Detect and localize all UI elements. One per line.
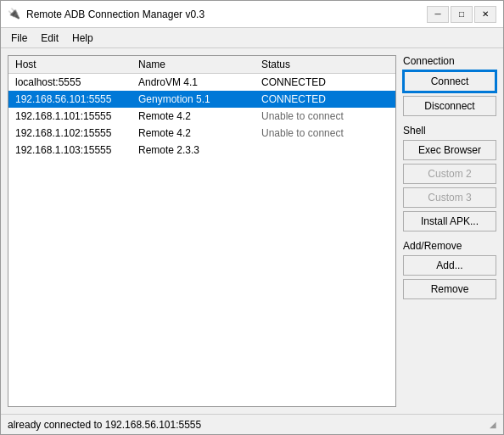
install-apk-button[interactable]: Install APK... [403,211,496,231]
connect-button[interactable]: Connect [403,70,496,92]
table-row[interactable]: 192.168.1.101:15555Remote 4.2Unable to c… [8,108,395,125]
cell-name: AndroVM 4.1 [135,76,258,88]
cell-status: CONNECTED [258,93,392,105]
table-row[interactable]: 192.168.1.103:15555Remote 2.3.3 [8,142,395,159]
resize-icon: ◢ [490,420,496,429]
cell-name: Remote 2.3.3 [135,144,258,156]
cell-name: Remote 4.2 [135,110,258,122]
table-header: Host Name Status [8,56,395,74]
main-window: 🔌 Remote ADB Connection Manager v0.3 ─ □… [0,0,504,435]
table-row[interactable]: localhost:5555AndroVM 4.1CONNECTED [8,74,395,91]
menu-bar: File Edit Help [1,28,503,48]
table-body: localhost:5555AndroVM 4.1CONNECTED192.16… [8,74,395,406]
cell-host: 192.168.1.102:15555 [12,127,135,139]
status-text: already connected to 192.168.56.101:5555 [8,419,201,431]
sidebar: Connection Connect Disconnect Shell Exec… [403,55,496,407]
table-row[interactable]: 192.168.56.101:5555Genymotion 5.1CONNECT… [8,91,395,108]
cell-name: Remote 4.2 [135,127,258,139]
title-bar-controls: ─ □ ✕ [427,6,496,23]
menu-edit[interactable]: Edit [34,31,65,46]
menu-help[interactable]: Help [65,31,100,46]
cell-host: 192.168.1.103:15555 [12,144,135,156]
cell-name: Genymotion 5.1 [135,93,258,105]
main-content: Host Name Status localhost:5555AndroVM 4… [1,48,503,414]
cell-status: Unable to connect [258,110,392,122]
custom3-button[interactable]: Custom 3 [403,187,496,208]
cell-status: Unable to connect [258,127,392,139]
connection-section-label: Connection [403,55,496,67]
cell-status: CONNECTED [258,76,392,88]
minimize-button[interactable]: ─ [427,6,449,23]
exec-browser-button[interactable]: Exec Browser [403,140,496,160]
shell-section-label: Shell [403,125,496,137]
menu-file[interactable]: File [4,31,34,46]
col-header-name: Name [135,59,258,70]
cell-host: localhost:5555 [12,76,135,88]
cell-host: 192.168.56.101:5555 [12,93,135,105]
add-remove-section-label: Add/Remove [403,240,496,252]
col-header-host: Host [12,59,135,70]
status-bar: already connected to 192.168.56.101:5555… [1,414,503,434]
custom2-button[interactable]: Custom 2 [403,164,496,184]
title-bar: 🔌 Remote ADB Connection Manager v0.3 ─ □… [1,1,503,28]
table-row[interactable]: 192.168.1.102:15555Remote 4.2Unable to c… [8,125,395,142]
col-header-status: Status [258,59,392,70]
app-icon: 🔌 [8,8,21,21]
disconnect-button[interactable]: Disconnect [403,96,496,116]
cell-host: 192.168.1.101:15555 [12,110,135,122]
add-button[interactable]: Add... [403,255,496,276]
maximize-button[interactable]: □ [451,6,473,23]
title-bar-left: 🔌 Remote ADB Connection Manager v0.3 [8,8,204,21]
window-title: Remote ADB Connection Manager v0.3 [26,8,204,20]
remove-button[interactable]: Remove [403,279,496,299]
device-table: Host Name Status localhost:5555AndroVM 4… [8,55,396,407]
close-button[interactable]: ✕ [474,6,496,23]
